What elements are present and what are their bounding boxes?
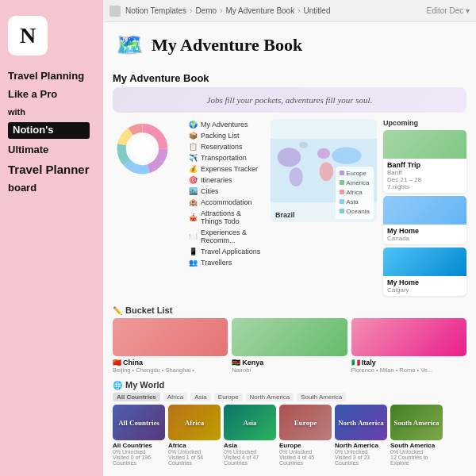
bucket-img-italy (351, 318, 466, 356)
bucket-img-kenya (232, 318, 347, 356)
world-card-unlocked-all: 0% Unlocked (113, 449, 165, 455)
world-tab-asia[interactable]: Asia (190, 393, 211, 401)
breadcrumb-book[interactable]: My Adventure Book (225, 6, 294, 15)
world-card-asia[interactable]: Asia Asia 0% Unlocked Visited 4 of 47 Co… (224, 405, 276, 466)
world-tab-all[interactable]: All Countries (113, 393, 160, 401)
nav-label-adventures: My Adventures (201, 121, 248, 129)
nav-item-apps[interactable]: 📱 Travel Applications (186, 246, 266, 257)
nav-item-expenses[interactable]: 💰 Expenses Tracker (186, 163, 266, 175)
bucket-country-kenya: 🇰🇪 Kenya (232, 359, 347, 367)
trip-card-banff-subtitle: Banff (387, 169, 463, 176)
svg-point-12 (332, 148, 362, 164)
nav-item-reservations[interactable]: 📋 Reservations (186, 141, 266, 152)
world-card-overlay-africa: Africa (168, 405, 221, 440)
svg-point-8 (278, 148, 301, 167)
world-section: 🌐 My World All Countries Africa Asia Eur… (113, 380, 466, 466)
world-card-img-europe: Europe (279, 405, 332, 440)
nav-label-packing: Packing List (201, 132, 240, 140)
map-container: Brazil Europe America Africa (271, 119, 377, 299)
world-card-africa[interactable]: Africa Africa 0% Unlocked Visited 1 of 5… (168, 405, 221, 466)
main-content: Notion Templates › Demo › My Adventure B… (103, 0, 476, 476)
nav-icon-experiences: 🍽️ (189, 232, 198, 240)
nav-icon-adventures: 🌍 (189, 121, 198, 129)
map-label: Brazil (275, 211, 295, 219)
world-tab-southamerica[interactable]: South America (297, 393, 346, 401)
nav-item-cities[interactable]: 🏙️ Cities (186, 186, 266, 197)
bucket-country-name-kenya: Kenya (242, 359, 263, 367)
world-card-label-all: All Countries (113, 442, 165, 449)
bucket-cities-china: Beijing • Chengdu • Shanghai • (113, 367, 228, 374)
nav-icon-expenses: 💰 (189, 165, 198, 173)
world-card-label-southamerica: South America (390, 442, 443, 449)
bucket-item-italy[interactable]: 🇮🇹 Italy Florence • Milan • Rome • Ve... (351, 318, 466, 374)
world-tabs: All Countries Africa Asia Europe North A… (113, 393, 466, 401)
world-card-southamerica[interactable]: South America South America 0% Unlocked … (390, 405, 443, 466)
page-title-area: 🗺️ My Adventure Book (116, 32, 463, 58)
trip-card-canada[interactable]: My Home Canada (383, 196, 466, 244)
world-card-visited-southamerica: 12 Countries to Explore (390, 455, 443, 466)
world-card-label-europe: Europe (279, 442, 332, 449)
world-card-overlay-all: All Countries (113, 405, 165, 440)
bucket-flag-china: 🇨🇳 (113, 359, 121, 367)
bucket-list-header: ✏️ Bucket List (113, 305, 466, 315)
right-panel: Upcoming Banff Trip Banff Dec 21 – 28 7 … (383, 119, 466, 299)
world-card-all[interactable]: All Countries All Countries 0% Unlocked … (113, 405, 165, 466)
section-title: My Adventure Book (113, 72, 466, 84)
nav-item-transport[interactable]: ✈️ Transportation (186, 152, 266, 163)
svg-point-9 (289, 167, 302, 186)
nav-item-experiences[interactable]: 🍽️ Experiences & Recomm... (186, 227, 266, 246)
world-tab-europe[interactable]: Europe (214, 393, 243, 401)
nav-icon-apps: 📱 (189, 248, 198, 255)
bucket-item-china[interactable]: 🇨🇳 China Beijing • Chengdu • Shanghai • (113, 318, 228, 374)
nav-item-travellers[interactable]: 👥 Travellers (186, 257, 266, 268)
nav-label-apps: Travel Applications (201, 248, 260, 255)
legend-dot-europe (340, 171, 344, 175)
topbar: Notion Templates › Demo › My Adventure B… (103, 0, 476, 22)
bucket-cities-italy: Florence • Milan • Rome • Ve... (351, 367, 466, 374)
nav-icon-transport: ✈️ (189, 154, 198, 162)
world-header-title: My World (125, 380, 164, 390)
world-card-northamerica[interactable]: North America North America 0% Unlocked … (335, 405, 387, 466)
world-tab-africa[interactable]: Africa (163, 393, 187, 401)
left-line-board: board (8, 182, 90, 195)
bucket-list-grid: 🇨🇳 China Beijing • Chengdu • Shanghai • … (113, 318, 466, 374)
notion-logo: N (8, 16, 48, 56)
nav-icon-accommodation: 🏨 (189, 198, 198, 206)
scroll-area[interactable]: My Adventure Book Jobs fill your pockets… (103, 66, 476, 476)
upcoming-label: Upcoming (383, 119, 466, 127)
breadcrumb-templates[interactable]: Notion Templates (125, 6, 186, 15)
left-text-content: Travel Planning Like a Pro with Notion's… (8, 70, 90, 195)
bucket-item-kenya[interactable]: 🇰🇪 Kenya Nairobi (232, 318, 347, 374)
breadcrumb-untitled[interactable]: Untitled (304, 6, 331, 15)
world-card-visited-europe: Visited 4 of 45 Countries (279, 455, 332, 466)
nav-item-itineraries[interactable]: 🎯 Itineraries (186, 175, 266, 186)
legend-dot-africa (340, 190, 344, 194)
page-title: My Adventure Book (152, 35, 302, 56)
page-icon: 🗺️ (116, 32, 144, 58)
nav-item-attractions[interactable]: 🎪 Attractions & Things Todo (186, 208, 266, 227)
world-card-img-asia: Asia (224, 405, 276, 440)
bucket-country-china: 🇨🇳 China (113, 359, 228, 367)
world-card-visited-all: Visited 0 of 196 Countries (113, 455, 165, 466)
trip-card-canada-img (383, 196, 466, 225)
left-panel: N Travel Planning Like a Pro with Notion… (0, 0, 103, 476)
breadcrumb-demo[interactable]: Demo (195, 6, 217, 15)
world-card-title-europe: Europe (294, 419, 317, 427)
world-tab-northamerica[interactable]: North America (246, 393, 294, 401)
menu-icon[interactable] (109, 6, 121, 17)
left-line-2: Like a Pro (8, 88, 90, 102)
nav-icon-reservations: 📋 (189, 143, 198, 151)
trip-card-calgary-body: My Home Calgary (383, 276, 466, 296)
trip-card-calgary[interactable]: My Home Calgary (383, 248, 466, 296)
trip-card-banff-nights: 7 nights (387, 183, 463, 190)
world-card-img-northamerica: North America (335, 405, 387, 440)
nav-item-accommodation[interactable]: 🏨 Accommodation (186, 197, 266, 208)
legend-oceania: Oceania (340, 207, 370, 217)
editor-label: Editor Dec ▾ (427, 6, 470, 15)
nav-label-travellers: Travellers (201, 259, 232, 267)
svg-point-11 (320, 162, 333, 181)
world-card-europe[interactable]: Europe Europe 0% Unlocked Visited 4 of 4… (279, 405, 332, 466)
trip-card-banff[interactable]: Banff Trip Banff Dec 21 – 28 7 nights (383, 130, 466, 193)
nav-item-adventures[interactable]: 🌍 My Adventures (186, 119, 266, 130)
nav-item-packing[interactable]: 📦 Packing List (186, 130, 266, 141)
